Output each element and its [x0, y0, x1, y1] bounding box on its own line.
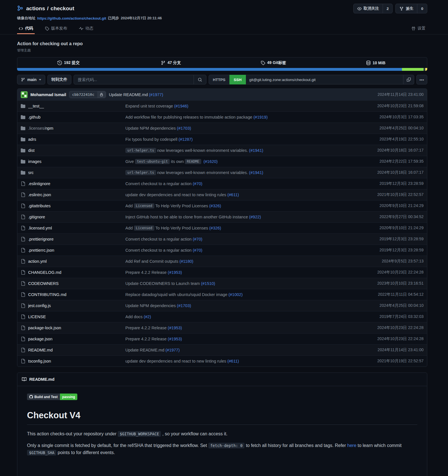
file-name-link[interactable]: LICENSE [28, 314, 46, 319]
issue-link[interactable]: (#2) [144, 314, 151, 319]
issue-link[interactable]: (#1953) [168, 337, 182, 341]
issue-link[interactable]: (#611) [227, 359, 239, 363]
commit-sha[interactable]: cbb722410c [69, 91, 97, 98]
file-name-link[interactable]: .licenses/npm [28, 126, 53, 131]
tab-releases[interactable]: 版本发布 [43, 24, 69, 34]
file-name-link[interactable]: .prettierrc.json [28, 248, 54, 253]
mirror-prefix-label: 镜像自地址 [17, 16, 36, 21]
forks-count[interactable]: 0 [417, 4, 427, 13]
issue-link[interactable]: (#1977) [149, 92, 163, 97]
issue-link[interactable]: (#1941) [249, 170, 263, 175]
stat-commits[interactable]: 192 提交 [17, 57, 120, 68]
file-name-link[interactable]: .prettierignore [28, 237, 53, 241]
file-name-link[interactable]: CODEOWNERS [28, 281, 59, 286]
mirror-url-link[interactable]: https://github.com/actions/checkout.git [37, 16, 106, 20]
file-name-link[interactable]: .licensed.yml [28, 226, 52, 230]
file-name-link[interactable]: __test__ [28, 104, 44, 108]
stat-tags[interactable]: 49 Git标签 [222, 57, 325, 68]
inline-code: url-helper.ts [125, 170, 156, 175]
file-name-link[interactable]: tsconfig.json [28, 359, 51, 363]
file-name-link[interactable]: .gitattributes [28, 204, 51, 208]
search-button[interactable] [194, 75, 206, 84]
issue-link[interactable]: (#1953) [168, 326, 182, 330]
issue-link[interactable]: (#70) [193, 181, 202, 186]
fork-button[interactable]: 派生 [396, 4, 417, 13]
stat-tags-label: 49 Git标签 [267, 60, 286, 65]
issue-link[interactable]: (#1953) [168, 270, 182, 275]
branch-selector[interactable]: main [17, 75, 45, 84]
file-name-link[interactable]: jest.config.js [28, 303, 51, 308]
goto-file-button[interactable]: 转到文件 [47, 75, 71, 84]
folder-icon [21, 148, 25, 153]
path-prefix[interactable]: .licenses/ [28, 126, 45, 131]
commit-message: url-helper.ts now leverages well-known e… [125, 170, 374, 175]
git-fork-icon [399, 7, 404, 11]
file-icon [21, 281, 25, 286]
file-name-link[interactable]: CHANGELOG.md [28, 270, 61, 275]
latest-commit-date: 2024年11月14日 23:41:00 [378, 92, 424, 97]
issue-link[interactable]: (#611) [227, 193, 239, 197]
issue-link[interactable]: (#1946) [174, 104, 188, 108]
issue-link[interactable]: (#1941) [249, 148, 263, 153]
stat-branches[interactable]: 47 分支 [120, 57, 222, 68]
tab-activity[interactable]: 动态 [77, 24, 95, 34]
issue-link[interactable]: here [347, 443, 356, 448]
file-name-link[interactable]: adrs [28, 137, 36, 142]
search-input[interactable] [74, 75, 194, 84]
issue-link[interactable]: (#1510) [201, 281, 215, 286]
issue-link[interactable]: (#70) [193, 248, 202, 253]
tab-code[interactable]: 代码 [17, 24, 35, 34]
watchers-count[interactable]: 2 [383, 4, 393, 13]
file-name-link[interactable]: action.yml [28, 259, 47, 264]
file-name-link[interactable]: package-lock.json [28, 326, 61, 330]
build-status-badge[interactable]: Build and Test passing [27, 394, 77, 400]
manage-topics-button[interactable]: 管理主题 [17, 48, 31, 53]
commit-sha-pill[interactable]: cbb722410c [69, 91, 106, 98]
issue-link[interactable]: (#1919) [254, 115, 268, 119]
repo-owner-link[interactable]: actions [26, 5, 45, 12]
stat-size[interactable]: 10 MiB [325, 57, 427, 68]
file-name-link[interactable]: README.md [28, 348, 53, 352]
file-name-link[interactable]: images [28, 159, 42, 164]
file-name-link[interactable]: src [28, 170, 34, 175]
file-name-link[interactable]: .eslintrc.json [28, 193, 51, 197]
more-options-button[interactable]: ••• [416, 75, 427, 84]
tab-code-label: 代码 [25, 26, 33, 31]
issue-link[interactable]: (#326) [209, 204, 221, 208]
text-fragment: Add Ref and Commit outputs [125, 259, 178, 264]
commit-date: 2024年10月23日 21:59:08 [377, 104, 424, 109]
commit-date: 2024年11月14日 23:41:00 [378, 347, 424, 353]
issue-link[interactable]: (#326) [209, 226, 221, 230]
issue-link[interactable]: (#922) [249, 215, 261, 219]
file-name-link[interactable]: .gitignore [28, 215, 45, 219]
file-name-link[interactable]: package.json [28, 337, 52, 341]
issue-link[interactable]: (#1002) [229, 292, 243, 297]
issue-link[interactable]: (#70) [193, 237, 202, 241]
avatar[interactable] [21, 91, 28, 98]
file-name-link[interactable]: .eslintignore [28, 181, 50, 186]
issue-link[interactable]: (#1180) [179, 259, 193, 264]
ssh-button[interactable]: SSH [229, 75, 246, 84]
issue-link[interactable]: (#1703) [177, 126, 191, 131]
issue-link[interactable]: (#1287) [179, 137, 193, 142]
unwatch-button[interactable]: 取消关注 [354, 4, 383, 13]
file-name-link[interactable]: CONTRIBUTING.md [28, 292, 67, 297]
issue-link[interactable]: (#1977) [165, 348, 180, 352]
file-name-link[interactable]: .github [28, 115, 41, 119]
issue-link[interactable]: (#1620) [204, 159, 218, 164]
folder-icon [21, 126, 25, 131]
table-row: package-lock.json Prepare 4.2.2 Release … [17, 322, 427, 333]
folder-icon [21, 115, 25, 119]
https-button[interactable]: HTTPS [209, 75, 230, 84]
commit-date: 2022年9月27日 00:34:52 [379, 214, 424, 220]
tabs-bar: 代码 版本发布 动态 设置 [0, 24, 448, 34]
file-name-link[interactable]: dist [28, 148, 35, 153]
file-name: images [28, 159, 42, 164]
clone-url-input[interactable] [246, 75, 403, 84]
issue-link[interactable]: (#1703) [177, 303, 191, 308]
copy-url-button[interactable] [403, 75, 414, 84]
table-row: .gitignore Inject GitHub host to be able… [17, 211, 427, 222]
tab-settings[interactable]: 设置 [410, 24, 427, 34]
commit-author-link[interactable]: Mohammad Ismail [30, 92, 66, 97]
repo-name-link[interactable]: checkout [51, 5, 74, 12]
